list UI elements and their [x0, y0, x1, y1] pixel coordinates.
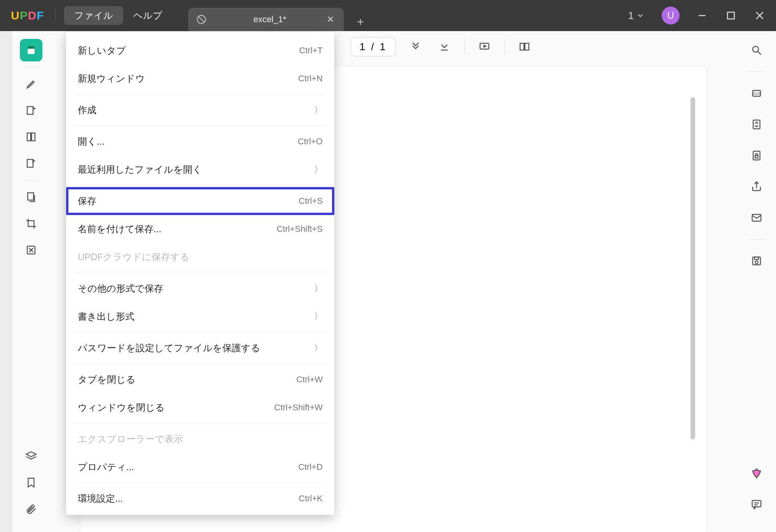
- separator: [74, 423, 327, 424]
- redact-tool[interactable]: [20, 239, 42, 261]
- right-sidebar: OCR: [737, 31, 776, 532]
- menu-new-tab[interactable]: 新しいタブ Ctrl+T: [66, 37, 334, 65]
- svg-text:OCR: OCR: [753, 92, 760, 96]
- comment-button[interactable]: [745, 493, 768, 516]
- separator: [74, 126, 327, 126]
- title-bar: UPDF ファイル ヘルプ excel_1* ✕ ＋ 1 U: [0, 0, 776, 31]
- menu-open[interactable]: 開く... Ctrl+O: [66, 128, 334, 156]
- chevron-right-icon: 〉: [314, 311, 323, 322]
- close-window-button[interactable]: [747, 4, 772, 27]
- crop-tool[interactable]: [20, 212, 42, 235]
- svg-rect-30: [755, 156, 758, 158]
- menu-reveal-explorer: エクスプローラーで表示: [66, 425, 334, 453]
- two-page-button[interactable]: [516, 38, 533, 56]
- svg-rect-36: [752, 500, 761, 507]
- tab-blank-icon: [196, 14, 207, 25]
- menu-help[interactable]: ヘルプ: [123, 6, 173, 25]
- reader-tool[interactable]: [20, 39, 42, 61]
- title-right-controls: 1 U: [621, 4, 776, 27]
- svg-line-25: [758, 52, 761, 55]
- share-button[interactable]: [745, 175, 768, 198]
- svg-marker-21: [484, 45, 486, 47]
- ocr-button[interactable]: OCR: [745, 82, 768, 105]
- close-icon[interactable]: ✕: [325, 14, 336, 25]
- svg-rect-22: [520, 43, 524, 50]
- ai-assistant-icon[interactable]: [745, 462, 768, 485]
- save-icon-button[interactable]: [745, 250, 768, 272]
- separator: [74, 94, 327, 94]
- avatar[interactable]: U: [662, 7, 680, 24]
- highlighter-tool[interactable]: [20, 73, 42, 95]
- notification-count[interactable]: 1: [621, 10, 652, 22]
- minimize-button[interactable]: [690, 4, 715, 27]
- svg-rect-10: [31, 133, 35, 141]
- menu-open-recent[interactable]: 最近利用したファイルを開く 〉: [66, 156, 334, 184]
- vertical-scrollbar[interactable]: [690, 97, 695, 439]
- search-button[interactable]: [745, 39, 768, 61]
- email-button[interactable]: [745, 206, 768, 229]
- menu-properties[interactable]: プロパティ... Ctrl+D: [66, 453, 334, 481]
- separator: [749, 72, 764, 72]
- svg-rect-8: [27, 107, 33, 114]
- document-tab[interactable]: excel_1* ✕: [188, 8, 344, 31]
- new-tab-button[interactable]: ＋: [351, 12, 370, 31]
- attachment-tool[interactable]: [20, 498, 42, 520]
- left-gutter: [0, 31, 12, 532]
- menu-save-cloud: UPDFクラウドに保存する: [66, 243, 334, 271]
- menu-new-window[interactable]: 新規ウィンドウ Ctrl+N: [66, 65, 334, 93]
- menu-preferences[interactable]: 環境設定... Ctrl+K: [66, 485, 334, 513]
- menu-create[interactable]: 作成 〉: [66, 96, 334, 124]
- separator: [74, 185, 327, 186]
- chevron-right-icon: 〉: [314, 164, 323, 175]
- page-indicator[interactable]: 1 / 1: [351, 37, 396, 56]
- file-menu-dropdown: 新しいタブ Ctrl+T 新規ウィンドウ Ctrl+N 作成 〉 開く... C…: [66, 32, 334, 515]
- chevron-right-icon: 〉: [314, 342, 323, 354]
- separator: [74, 483, 327, 483]
- separator: [74, 332, 327, 332]
- menu-password-protect[interactable]: パスワードを設定してファイルを保護する 〉: [66, 334, 334, 362]
- tab-title: excel_1*: [215, 14, 325, 24]
- svg-rect-3: [727, 12, 734, 19]
- svg-rect-12: [28, 193, 33, 200]
- bookmark-tool[interactable]: [20, 471, 42, 494]
- svg-point-35: [755, 261, 758, 264]
- separator: [23, 180, 39, 180]
- svg-rect-23: [525, 43, 529, 50]
- menu-save[interactable]: 保存 Ctrl+S: [66, 187, 334, 215]
- menu-save-other-format[interactable]: その他の形式で保存 〉: [66, 275, 334, 303]
- tab-bar: excel_1* ✕ ＋: [188, 0, 370, 31]
- menu-close-window[interactable]: ウィンドウを閉じる Ctrl+Shift+W: [66, 394, 334, 422]
- presentation-button[interactable]: [475, 38, 493, 56]
- svg-rect-34: [755, 257, 759, 259]
- separator: [23, 67, 39, 67]
- separator: [749, 239, 764, 240]
- svg-marker-14: [26, 452, 36, 457]
- menu-close-tab[interactable]: タブを閉じる Ctrl+W: [66, 366, 334, 394]
- svg-line-1: [199, 17, 204, 22]
- svg-rect-9: [27, 133, 31, 141]
- edit-tool[interactable]: [20, 152, 42, 175]
- organize-tool[interactable]: [20, 186, 42, 208]
- page-tool[interactable]: [20, 126, 42, 148]
- chevron-right-icon: 〉: [314, 283, 323, 294]
- svg-rect-11: [27, 159, 33, 167]
- next-page-button[interactable]: [407, 38, 425, 56]
- left-sidebar: [12, 31, 49, 532]
- maximize-button[interactable]: [718, 4, 743, 27]
- last-page-button[interactable]: [435, 38, 453, 56]
- menu-file[interactable]: ファイル: [64, 6, 123, 25]
- menu-export-format[interactable]: 書き出し形式 〉: [66, 303, 334, 331]
- separator: [74, 273, 327, 273]
- app-logo: UPDF: [0, 9, 47, 22]
- protect-button[interactable]: [745, 144, 768, 167]
- menu-save-as[interactable]: 名前を付けて保存... Ctrl+Shift+S: [66, 215, 334, 243]
- separator: [464, 39, 465, 54]
- layers-tool[interactable]: [20, 445, 42, 467]
- separator: [74, 364, 327, 364]
- separator: [55, 9, 56, 23]
- svg-rect-7: [28, 46, 35, 49]
- convert-button[interactable]: [745, 113, 768, 136]
- annotate-tool[interactable]: [20, 99, 42, 122]
- chevron-right-icon: 〉: [314, 104, 323, 116]
- svg-point-24: [753, 46, 759, 52]
